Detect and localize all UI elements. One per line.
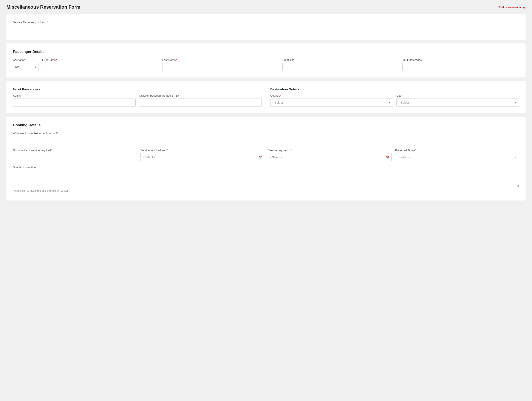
passengers-title: No of Passengers <box>13 87 262 91</box>
service-to-field: Service required to* 📅 <box>268 149 392 161</box>
country-select-wrapper: - Select - <box>270 99 393 107</box>
passenger-details-section: Passenger Details Salutation* Mr Mrs Ms … <box>6 43 526 77</box>
children-label: Children between the age 3 - 18 <box>139 94 262 97</box>
destination-right: Destination Details Country* - Select - … <box>270 87 519 107</box>
city-select-wrapper: - Select - <box>396 99 519 107</box>
email-field: Email ID* <box>282 58 399 71</box>
last-name-field: Last Name* <box>162 58 279 71</box>
special-instruction-field: Special Instruction Please limit to maxi… <box>13 166 519 192</box>
page-header: Miscellaneous Reservation Form *Fields a… <box>6 4 526 10</box>
units-field: No. of units of service required* <box>13 149 137 161</box>
service-name-label: Service Name (e.g. tickets) * <box>13 21 519 24</box>
adults-field: Adults <box>13 94 136 107</box>
what-to-book-input[interactable] <box>13 136 519 144</box>
preferred-times-label: Preferred Times* <box>395 149 519 152</box>
adults-label: Adults <box>13 94 136 97</box>
passenger-details-row: Salutation* Mr Mrs Ms Dr First Name* Las… <box>13 58 519 71</box>
passenger-details-title: Passenger Details <box>13 50 519 54</box>
last-name-label: Last Name* <box>162 58 279 62</box>
salutation-field: Salutation* Mr Mrs Ms Dr <box>13 58 39 71</box>
country-label: Country* <box>270 94 393 97</box>
service-from-label: Service required from* <box>140 149 264 152</box>
service-name-input[interactable] <box>13 25 88 33</box>
email-label: Email ID* <box>282 58 399 62</box>
email-input[interactable] <box>282 63 399 71</box>
passengers-fields: Adults Children between the age 3 - 18 <box>13 94 262 107</box>
children-input[interactable] <box>139 99 262 107</box>
last-name-input[interactable] <box>162 63 279 71</box>
service-to-wrapper: 📅 <box>268 153 392 161</box>
destination-fields: Country* - Select - City* - Select - <box>270 94 519 107</box>
service-from-input[interactable] <box>140 153 264 161</box>
service-to-input[interactable] <box>268 153 392 161</box>
split-section: No of Passengers Adults Children between… <box>13 87 519 107</box>
country-field: Country* - Select - <box>270 94 393 107</box>
city-label: City* <box>396 94 519 97</box>
units-input[interactable] <box>13 153 137 161</box>
service-name-field: Service Name (e.g. tickets) * <box>13 21 519 33</box>
city-field: City* - Select - <box>396 94 519 107</box>
service-from-field: Service required from* 📅 <box>140 149 264 161</box>
mandatory-note: *Fields are mandatory <box>498 6 526 9</box>
what-to-book-label: What would you like to book for us?* <box>13 132 519 135</box>
city-select[interactable]: - Select - <box>396 99 519 107</box>
preferred-times-select-wrapper: - Select = <box>395 153 519 161</box>
adults-input[interactable] <box>13 99 136 107</box>
service-from-wrapper: 📅 <box>140 153 264 161</box>
booking-details-section: Booking Details What would you like to b… <box>6 117 526 200</box>
service-name-required-star: * <box>47 21 48 24</box>
salutation-select[interactable]: Mr Mrs Ms Dr <box>13 63 39 71</box>
reference-field: Your Reference <box>402 58 519 71</box>
salutation-label: Salutation* <box>13 58 39 62</box>
booking-details-title: Booking Details <box>13 123 519 127</box>
hint-text: Please limit to maximum 255 characters -… <box>13 189 519 192</box>
what-to-book-field: What would you like to book for us?* <box>13 132 519 144</box>
service-to-label: Service required to* <box>268 149 392 152</box>
reference-input[interactable] <box>402 63 519 71</box>
passengers-destination-section: No of Passengers Adults Children between… <box>6 81 526 113</box>
first-name-input[interactable] <box>42 63 159 71</box>
destination-title: Destination Details <box>270 87 519 91</box>
country-select[interactable]: - Select - <box>270 99 393 107</box>
preferred-times-select[interactable]: - Select = <box>395 153 519 161</box>
special-instruction-label: Special Instruction <box>13 166 519 169</box>
children-field: Children between the age 3 - 18 <box>139 94 262 107</box>
first-name-field: First Name* <box>42 58 159 71</box>
first-name-label: First Name* <box>42 58 159 62</box>
booking-row-2: No. of units of service required* Servic… <box>13 149 519 161</box>
passengers-left: No of Passengers Adults Children between… <box>13 87 262 107</box>
page-title: Miscellaneous Reservation Form <box>6 4 81 10</box>
special-instruction-textarea[interactable] <box>13 170 519 187</box>
units-label: No. of units of service required* <box>13 149 137 152</box>
service-name-section: Service Name (e.g. tickets) * <box>6 14 526 40</box>
preferred-times-field: Preferred Times* - Select = <box>395 149 519 161</box>
reference-label: Your Reference <box>402 58 519 62</box>
salutation-select-wrapper: Mr Mrs Ms Dr <box>13 63 39 71</box>
